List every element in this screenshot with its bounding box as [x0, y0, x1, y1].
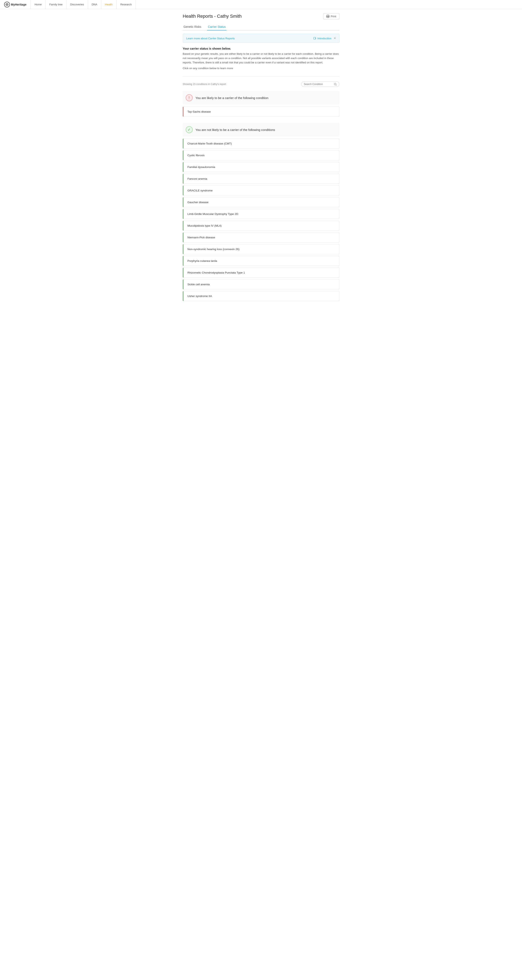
page-header: Health Reports - Cathy Smith Print: [183, 13, 339, 19]
not-carrier-section-header: ✓ You are not likely to be a carrier of …: [183, 123, 339, 137]
nav-item-discoveries[interactable]: Discoveries: [66, 0, 88, 9]
condition-name: Familial dysautonomia: [188, 165, 215, 169]
carrier-section-header: ! You are likely to be a carrier of the …: [183, 91, 339, 105]
condition-card-11[interactable]: Rhizomelic Chondrodysplasia Punctata Typ…: [183, 267, 339, 278]
info-banner: Learn more about Carrier Status Reports …: [183, 34, 339, 43]
condition-card-1[interactable]: Cystic fibrosis: [183, 150, 339, 160]
banner-actions: Introduction ×: [313, 37, 336, 40]
banner-text: Learn more about Carrier Status Reports: [186, 37, 235, 40]
condition-name: Sickle cell anemia: [188, 283, 210, 286]
filter-row: Showing 15 conditions in Cathy's report: [183, 81, 339, 87]
search-icon: [334, 83, 337, 86]
nav-items: Home Family tree Discoveries DNA Health …: [30, 0, 518, 9]
condition-card-9[interactable]: Non-syndromic hearing loss (connexin 26): [183, 244, 339, 254]
condition-card-0[interactable]: Charcot-Marie-Tooth disease (CMT): [183, 138, 339, 149]
carrier-section-title: You are likely to be a carrier of the fo…: [196, 96, 268, 100]
logo-text: MyHeritage: [11, 3, 26, 6]
condition-card-3[interactable]: Fanconi anemia: [183, 174, 339, 184]
page-content: Health Reports - Cathy Smith Print Genet…: [179, 9, 343, 312]
condition-name: Porphyria cutanea tarda: [188, 259, 217, 262]
nav-item-dna[interactable]: DNA: [88, 0, 101, 9]
tab-genetic-risks[interactable]: Genetic Risks: [183, 24, 202, 30]
print-label: Print: [331, 15, 336, 18]
carrier-warning-icon: !: [186, 94, 193, 101]
condition-card-13[interactable]: Usher syndrome IIA: [183, 291, 339, 301]
condition-name: Fanconi anemia: [188, 177, 208, 180]
description-section: Your carrier status is shown below. Base…: [183, 47, 339, 76]
svg-point-6: [329, 16, 329, 17]
description-paragraph-1: Based on your genetic results, you are e…: [183, 52, 339, 65]
condition-card-6[interactable]: Limb-Girdle Muscular Dystrophy Type 2D: [183, 209, 339, 219]
condition-name: Rhizomelic Chondrodysplasia Punctata Typ…: [188, 271, 245, 274]
condition-card-8[interactable]: Niemann-Pick disease: [183, 232, 339, 242]
logo[interactable]: MyHeritage: [4, 2, 26, 7]
not-carrier-section: ✓ You are not likely to be a carrier of …: [183, 123, 339, 301]
description-paragraph-2: Click on any condition below to learn mo…: [183, 66, 339, 71]
condition-card-4[interactable]: GRACILE syndrome: [183, 185, 339, 196]
not-carrier-section-title: You are not likely to be a carrier of th…: [196, 128, 275, 132]
condition-card-tay-sachs[interactable]: Tay-Sachs disease: [183, 107, 339, 117]
page-title: Health Reports - Cathy Smith: [183, 14, 242, 19]
condition-name: Usher syndrome IIA: [188, 294, 212, 298]
introduction-button[interactable]: Introduction: [313, 37, 331, 40]
condition-name: Limb-Girdle Muscular Dystrophy Type 2D: [188, 212, 238, 215]
condition-name: Cystic fibrosis: [188, 154, 204, 157]
condition-name: Non-syndromic hearing loss (connexin 26): [188, 248, 239, 251]
search-input[interactable]: [304, 83, 333, 86]
condition-card-10[interactable]: Porphyria cutanea tarda: [183, 256, 339, 266]
tab-carrier-status[interactable]: Carrier Status: [207, 24, 227, 30]
search-box: [301, 81, 339, 87]
condition-name: Niemann-Pick disease: [188, 236, 215, 239]
carrier-section: ! You are likely to be a carrier of the …: [183, 91, 339, 117]
condition-name: Charcot-Marie-Tooth disease (CMT): [188, 142, 232, 145]
top-navigation: MyHeritage Home Family tree Discoveries …: [0, 0, 522, 9]
nav-item-home[interactable]: Home: [30, 0, 46, 9]
nav-item-research[interactable]: Research: [117, 0, 136, 9]
condition-name: Mucolipidosis type IV (ML4): [188, 224, 222, 227]
condition-name: Gaucher disease: [188, 201, 209, 204]
print-icon: [326, 14, 329, 18]
svg-line-10: [336, 85, 337, 86]
logo-icon: [4, 2, 10, 7]
condition-card-7[interactable]: Mucolipidosis type IV (ML4): [183, 221, 339, 231]
condition-name: GRACILE syndrome: [188, 189, 213, 192]
tabs-container: Genetic Risks Carrier Status: [183, 24, 339, 30]
condition-name: Tay-Sachs disease: [188, 110, 211, 113]
nav-item-family-tree[interactable]: Family tree: [46, 0, 66, 9]
condition-card-12[interactable]: Sickle cell anemia: [183, 279, 339, 290]
intro-icon: [313, 37, 316, 40]
nav-item-health[interactable]: Health: [101, 0, 117, 9]
condition-card-5[interactable]: Gaucher disease: [183, 197, 339, 207]
not-carrier-success-icon: ✓: [186, 126, 193, 133]
showing-text: Showing 15 conditions in Cathy's report: [183, 83, 226, 86]
banner-close-button[interactable]: ×: [334, 37, 336, 40]
svg-rect-3: [327, 15, 329, 16]
condition-card-2[interactable]: Familial dysautonomia: [183, 162, 339, 172]
description-title: Your carrier status is shown below.: [183, 47, 339, 50]
print-button[interactable]: Print: [323, 13, 339, 19]
